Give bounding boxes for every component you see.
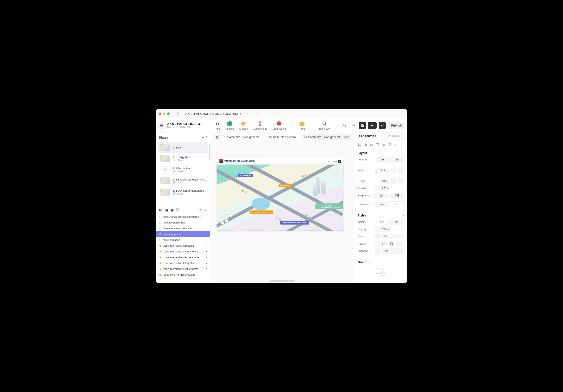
stepper-icon[interactable]: ▲▼: [386, 180, 388, 182]
align-hcenter-icon[interactable]: [364, 143, 368, 147]
layer-item[interactable]: ◉zone interractive evenement de...⚡︎: [156, 249, 210, 254]
layer-options-button[interactable]: ▾: [204, 208, 207, 212]
user-interaction-toggle[interactable]: Yes No: [375, 201, 404, 207]
align-bottom-icon[interactable]: [388, 143, 392, 147]
radius-input[interactable]: 0▲▼: [375, 241, 387, 247]
distribute-v-icon[interactable]: [400, 143, 404, 147]
horizontal-scrollbar[interactable]: [270, 280, 295, 282]
actions-tab[interactable]: ACTIONS: [381, 133, 407, 140]
save-button[interactable]: [359, 122, 366, 129]
breadcrumb-home[interactable]: [213, 134, 221, 140]
toggle-yes[interactable]: Yes: [375, 201, 389, 207]
stepper-icon[interactable]: ▲▼: [401, 158, 402, 161]
add-shadow-button[interactable]: Add: [382, 248, 404, 254]
state-item[interactable]: 2. 1 Intégration🔗1 Base: [158, 153, 208, 164]
stepper-icon[interactable]: ▲▼: [386, 169, 388, 172]
close-tab-icon[interactable]: ✕: [246, 112, 248, 115]
flip-h-left-button[interactable]: ←: [391, 168, 397, 174]
align-left-icon[interactable]: [358, 143, 361, 147]
layer-order-forward-icon[interactable]: [165, 208, 168, 212]
minimize-window-button[interactable]: [163, 113, 166, 115]
breadcrumb-item[interactable]: Sommaire - plan général - Base: [302, 134, 351, 140]
align-top-icon[interactable]: [376, 143, 380, 147]
state-item[interactable]: 4. 3 Evoluer professionnel...🔗1 Base: [158, 175, 208, 187]
layer-item[interactable]: ▢titre Formation: [156, 237, 210, 243]
align-right-icon[interactable]: [370, 143, 373, 147]
home-tab-icon[interactable]: [174, 111, 181, 116]
flip-v-down-button[interactable]: ↓: [398, 178, 404, 184]
states-scrollbar[interactable]: [209, 143, 210, 160]
layer-item[interactable]: ▣Sequence Formation00.png: [156, 272, 210, 278]
files-tool[interactable]: Files: [299, 121, 305, 130]
database-icon: [276, 121, 282, 126]
responsive-center-button[interactable]: [375, 193, 388, 199]
layer-delete-button[interactable]: [199, 208, 202, 212]
color-swatch[interactable]: [375, 234, 380, 240]
breadcrumb-item[interactable]: 1. Sommaire - plan général: [222, 134, 261, 140]
stepper-icon[interactable]: ▲▼: [384, 242, 386, 245]
artboard[interactable]: PARCOURS COLLABORATEUR retour carte▦: [217, 158, 343, 231]
play-button[interactable]: ▾: [368, 122, 377, 129]
toggle-yes[interactable]: Yes: [375, 219, 389, 225]
lock-icon[interactable]: [375, 166, 377, 177]
layer-item[interactable]: ◉zone interractive evoluer profe...⚡︎: [156, 266, 210, 272]
height-input[interactable]: 63▲▼: [379, 178, 389, 184]
styles-heading[interactable]: Styles›: [358, 214, 404, 217]
layer-item[interactable]: ◉zone interractive Intégration⚡︎: [156, 260, 210, 266]
share-button[interactable]: [379, 122, 386, 129]
radius-uniform-button[interactable]: [389, 241, 395, 247]
layer-order-back-icon[interactable]: [176, 208, 180, 212]
help-icon[interactable]: ?: [368, 261, 371, 264]
flip-h-right-button[interactable]: →: [398, 168, 404, 174]
visible-toggle[interactable]: Yes No: [375, 219, 404, 225]
layout-heading[interactable]: Layout›: [358, 151, 404, 155]
menu-button[interactable]: [158, 122, 165, 129]
text-tool[interactable]: AText: [215, 121, 220, 130]
images-tool[interactable]: Images: [226, 121, 234, 130]
state-item[interactable]: 1. Base: [158, 142, 208, 153]
add-color-button[interactable]: Add: [382, 234, 404, 240]
redo-button[interactable]: [350, 122, 357, 129]
properties-tab[interactable]: PROPERTIES: [354, 133, 381, 140]
retour-link[interactable]: retour carte▦: [328, 160, 341, 163]
toggle-no[interactable]: No: [389, 201, 404, 207]
opacity-input[interactable]: 100%▾: [375, 226, 391, 232]
group-section: Group?: [354, 258, 407, 283]
state-item[interactable]: 5. 4 Developpement perso🔗1 Base: [158, 187, 208, 198]
layer-item[interactable]: ▢titre Intégration: [156, 231, 210, 237]
layer-item[interactable]: ▢titre evenement de la vie: [156, 226, 210, 231]
radius-independent-button[interactable]: [396, 241, 402, 247]
add-state-button[interactable]: ＋: [201, 135, 205, 140]
datasource-tool[interactable]: Data source: [272, 121, 286, 130]
flip-v-up-button[interactable]: ↑: [391, 178, 396, 184]
distribute-h-icon[interactable]: [394, 143, 397, 147]
layer-item[interactable]: ▢titre dev personnel: [156, 220, 210, 226]
layer-order-front-icon[interactable]: [159, 208, 163, 212]
toggle-no[interactable]: No: [389, 219, 404, 225]
shapes-tool[interactable]: Shapes: [239, 121, 248, 130]
close-window-button[interactable]: [159, 113, 161, 115]
layer-item[interactable]: ◉zone interractive dev personnel⚡︎: [156, 254, 210, 260]
breadcrumb-item[interactable]: Sommaire plan général: [265, 134, 299, 140]
rotation-input[interactable]: 0.0°▾: [375, 185, 389, 191]
position-y-input[interactable]: 218▲▼: [390, 157, 404, 163]
state-options-button[interactable]: ▾: [206, 135, 207, 140]
publish-button[interactable]: Publish: [388, 122, 405, 129]
responsive-stretch-button[interactable]: [390, 193, 404, 199]
layer-order-backward-icon[interactable]: [170, 208, 174, 212]
width-input[interactable]: 223▲▼: [379, 168, 389, 174]
position-x-input[interactable]: 291▲▼: [375, 157, 388, 163]
document-tab[interactable]: AXA - PARCOURS COLLABORATEURS * ✕: [183, 110, 251, 117]
canvas-viewport[interactable]: PARCOURS COLLABORATEUR retour carte▦: [210, 141, 354, 283]
stepper-icon[interactable]: ▲▼: [385, 158, 387, 161]
zoom-window-button[interactable]: [167, 113, 170, 115]
undo-button[interactable]: [341, 122, 348, 129]
state-item[interactable]: 3. 2 Formation🔗1 Base: [158, 164, 208, 175]
components-tool[interactable]: Components: [253, 121, 267, 130]
add-tab-button[interactable]: ＋: [254, 110, 261, 117]
shadow-swatch[interactable]: [375, 248, 380, 254]
align-vcenter-icon[interactable]: [382, 143, 385, 147]
zoom-tool[interactable]: Zoom 33%: [319, 121, 331, 130]
layer-item[interactable]: ▢titre Evoluer professionnelleme...: [156, 214, 210, 220]
layer-item[interactable]: ◉zone interractive formation⚡︎: [156, 243, 210, 249]
